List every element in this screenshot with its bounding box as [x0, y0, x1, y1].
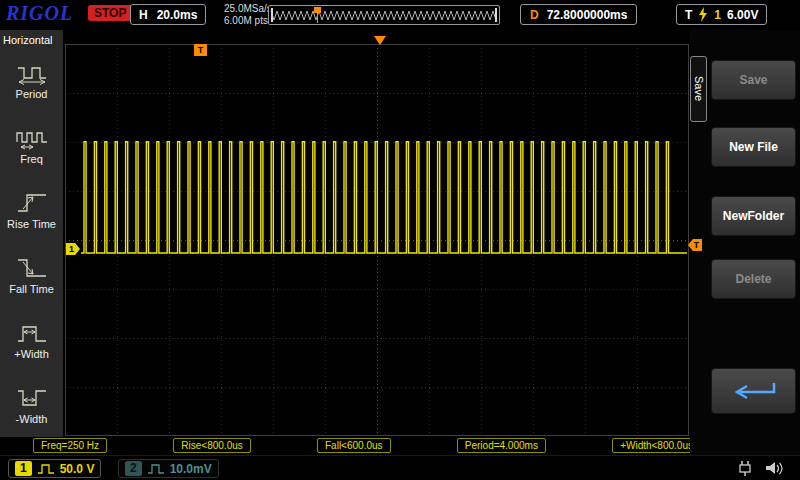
preview-waveform-icon [269, 6, 499, 24]
channel1-scale: 50.0 V [60, 462, 95, 476]
t-label: T [685, 8, 692, 22]
menu-item-fall-time[interactable]: Fall Time [0, 251, 63, 313]
trigger-level-value: 6.00V [727, 8, 758, 22]
preview-bracket-left-icon [271, 8, 273, 22]
status-bar: 1 50.0 V 2 10.0mV [0, 455, 800, 480]
trigger-time-flag-icon[interactable]: T [194, 44, 207, 56]
waveform-display-area [64, 30, 690, 437]
hardware-status-icons [736, 460, 784, 477]
measurement-period: Period=4.000ms [457, 438, 546, 453]
save-menu-panel: Save Save New File NewFolder Delete [690, 30, 800, 455]
usb-icon [736, 460, 754, 477]
menu-item-label: -Width [0, 413, 63, 425]
menu-item-period[interactable]: Period [0, 56, 63, 118]
delay-value: 72.8000000ms [547, 8, 628, 22]
menu-item-minus-width[interactable]: -Width [0, 381, 63, 443]
enter-arrow-icon [724, 379, 784, 403]
measurement-row: Freq=250 Hz Rise<800.0us Fall<600.0us Pe… [33, 438, 701, 454]
menu-item-plus-width[interactable]: +Width [0, 316, 63, 378]
delete-button[interactable]: Delete [711, 259, 796, 299]
fall-time-icon [15, 255, 49, 281]
measurement-fall-time: Fall<600.0us [317, 438, 391, 453]
d-label: D [530, 8, 539, 22]
channel1-badge: 1 [15, 461, 32, 476]
h-label: H [139, 8, 148, 22]
top-bar: RIGOL STOP H 20.0ms 25.0MSa/s 6.00M pts … [0, 0, 800, 30]
new-folder-button[interactable]: NewFolder [711, 196, 796, 236]
minus-width-icon [15, 385, 49, 411]
channel2-scale: 10.0mV [170, 462, 212, 476]
menu-item-label: Rise Time [0, 218, 63, 230]
menu-item-label: Freq [0, 153, 63, 165]
trigger-source: 1 [714, 8, 721, 22]
channel2-badge: 2 [125, 461, 142, 476]
preview-bracket-right-icon [495, 8, 497, 22]
measurement-rise-time: Rise<800.0us [173, 438, 250, 453]
new-file-button[interactable]: New File [711, 127, 796, 167]
trigger-readout: T 1 6.00V [676, 4, 767, 25]
menu-title: Horizontal [0, 30, 63, 46]
save-tab-label: Save [693, 76, 705, 101]
speaker-icon [764, 460, 784, 477]
ch1-waveform-trace [65, 44, 689, 436]
measurement-freq: Freq=250 Hz [33, 438, 107, 453]
timebase-value: 20.0ms [157, 8, 198, 22]
measurement-plus-width: +Width<800.0us [612, 438, 701, 453]
channel1-status[interactable]: 1 50.0 V [8, 459, 101, 478]
channel2-coupling-icon [147, 463, 165, 475]
period-icon [15, 60, 49, 86]
enter-button[interactable] [711, 368, 796, 414]
acquisition-readout: 25.0MSa/s 6.00M pts [224, 3, 272, 27]
sample-rate: 25.0MSa/s [224, 3, 272, 15]
menu-item-label: Fall Time [0, 283, 63, 295]
save-button[interactable]: Save [711, 60, 796, 100]
horizontal-timebase-readout: H 20.0ms [130, 4, 206, 25]
oscilloscope-screen: RIGOL STOP H 20.0ms 25.0MSa/s 6.00M pts … [0, 0, 800, 480]
menu-item-label: +Width [0, 348, 63, 360]
rise-time-icon [15, 190, 49, 216]
delay-readout: D 72.8000000ms [520, 4, 637, 25]
trigger-position-marker-icon[interactable] [374, 36, 386, 45]
plus-width-icon [15, 320, 49, 346]
memory-waveform-preview [268, 5, 500, 25]
menu-item-freq[interactable]: Freq [0, 121, 63, 183]
tab-save: Save [690, 56, 707, 122]
preview-trigger-marker-icon [314, 7, 321, 13]
horizontal-measure-menu: Horizontal Period Freq Rise Time [0, 30, 63, 437]
trigger-edge-bolt-icon [698, 7, 708, 23]
freq-icon [15, 125, 49, 151]
rigol-logo: RIGOL [6, 2, 73, 25]
run-state-badge: STOP [88, 5, 132, 21]
channel1-coupling-icon [37, 463, 55, 475]
channel2-status[interactable]: 2 10.0mV [118, 459, 219, 478]
menu-item-label: Period [0, 88, 63, 100]
memory-depth: 6.00M pts [224, 15, 272, 27]
menu-item-rise-time[interactable]: Rise Time [0, 186, 63, 248]
